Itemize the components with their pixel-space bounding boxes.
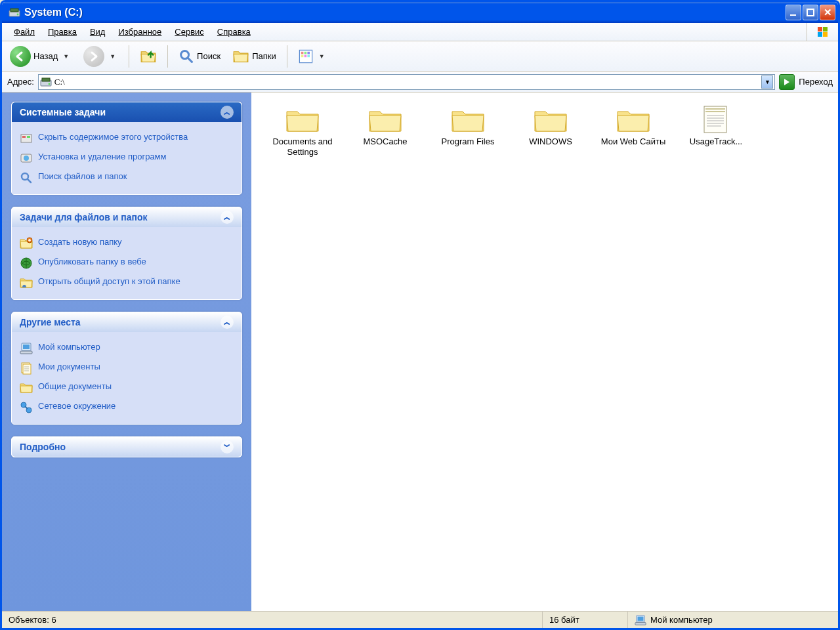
panel-header-system[interactable]: Системные задачи ︽	[12, 102, 242, 122]
titlebar[interactable]: System (C:) ✕	[2, 2, 838, 23]
content-area: Системные задачи ︽ Скрыть содержимое это…	[2, 93, 838, 611]
folders-label: Папки	[252, 51, 276, 61]
task-link[interactable]: Открыть общий доступ к этой папке	[20, 273, 234, 293]
views-dropdown[interactable]: ▼	[316, 53, 327, 60]
menu-edit[interactable]: Правка	[41, 24, 83, 39]
status-size: 16 байт	[543, 612, 628, 628]
item-label: Мои Web Сайты	[601, 136, 666, 147]
file-item[interactable]: Мои Web Сайты	[595, 102, 671, 159]
folder-icon	[368, 105, 402, 134]
task-label: Общие документы	[38, 381, 112, 391]
folder-icon	[616, 105, 650, 134]
task-label: Создать новую папку	[38, 237, 122, 247]
menu-view[interactable]: Вид	[83, 24, 112, 39]
chevron-up-icon: ︽	[220, 106, 234, 119]
file-item[interactable]: MSOCache	[347, 102, 423, 159]
task-link[interactable]: Сетевое окружение	[20, 398, 234, 417]
menu-favorites[interactable]: Избранное	[112, 24, 168, 39]
panel-header-places[interactable]: Другие места ︽	[12, 312, 242, 332]
task-link[interactable]: Общие документы	[20, 378, 234, 398]
network-icon	[20, 401, 33, 414]
task-link[interactable]: Мой компьютер	[20, 339, 234, 358]
views-button[interactable]: ▼	[294, 47, 331, 66]
back-dropdown[interactable]: ▼	[60, 53, 72, 60]
task-label: Открыть общий доступ к этой папке	[38, 276, 180, 286]
chevron-up-icon: ︽	[220, 316, 234, 329]
file-list-area[interactable]: Documents and SettingsMSOCacheProgram Fi…	[251, 93, 838, 611]
task-link[interactable]: Мои документы	[20, 358, 234, 378]
task-link[interactable]: Установка и удаление программ	[20, 148, 234, 168]
file-item[interactable]: WINDOWS	[513, 102, 589, 159]
chevron-down-icon: ︾	[220, 440, 234, 453]
folders-button[interactable]: Папки	[228, 47, 280, 66]
shareddocs-icon	[20, 381, 33, 394]
go-button[interactable]	[779, 74, 795, 90]
computer-icon	[635, 614, 646, 626]
item-label: UsageTrack...	[690, 136, 742, 147]
chevron-up-icon: ︽	[220, 211, 234, 224]
forward-arrow-icon	[83, 46, 104, 67]
publish-icon	[20, 257, 33, 270]
views-icon	[298, 49, 314, 64]
task-label: Мой компьютер	[38, 342, 100, 352]
task-link[interactable]: Создать новую папку	[20, 234, 234, 253]
minimize-button[interactable]	[786, 5, 801, 20]
menu-help[interactable]: Справка	[211, 24, 257, 39]
address-combo[interactable]: ▼	[38, 74, 776, 90]
window-title: System (C:)	[24, 7, 786, 18]
file-item[interactable]: Documents and Settings	[264, 102, 341, 159]
addrem-icon	[20, 152, 33, 165]
panel-other-places: Другие места ︽ Мой компьютерМои документ…	[11, 312, 242, 425]
forward-button[interactable]: ▼	[79, 44, 122, 69]
computer-icon	[20, 342, 33, 355]
back-button[interactable]: Назад ▼	[6, 44, 75, 69]
tasks-sidebar: Системные задачи ︽ Скрыть содержимое это…	[2, 93, 251, 611]
task-link[interactable]: Опубликовать папку в вебе	[20, 253, 234, 273]
address-dropdown-button[interactable]: ▼	[761, 75, 773, 89]
svg-rect-41	[790, 14, 796, 16]
search-label: Поиск	[197, 51, 220, 61]
explorer-window: System (C:) ✕ Файл Правка Вид Избранное …	[0, 0, 840, 630]
panel-file-tasks: Задачи для файлов и папок ︽ Создать нову…	[11, 207, 242, 300]
file-item[interactable]: Program Files	[430, 102, 506, 159]
task-label: Поиск файлов и папок	[38, 171, 127, 181]
file-item[interactable]: UsageTrack...	[678, 102, 754, 159]
task-link[interactable]: Поиск файлов и папок	[20, 168, 234, 188]
panel-header-details[interactable]: Подробно ︾	[12, 437, 242, 457]
task-label: Установка и удаление программ	[38, 152, 167, 161]
back-arrow-icon	[10, 46, 31, 67]
task-label: Скрыть содержимое этого устройства	[38, 132, 188, 142]
folder-icon	[534, 105, 568, 134]
status-location: Мой компьютер	[628, 612, 838, 628]
maximize-button[interactable]	[803, 5, 818, 20]
item-label: Program Files	[442, 136, 495, 147]
address-input[interactable]	[54, 77, 762, 87]
search-button[interactable]: Поиск	[175, 47, 224, 66]
panel-header-files[interactable]: Задачи для файлов и папок ︽	[12, 207, 242, 227]
menu-file[interactable]: Файл	[7, 24, 41, 39]
hide-icon	[20, 132, 33, 145]
item-label: Documents and Settings	[267, 136, 338, 157]
search-icon	[20, 171, 33, 184]
address-label: Адрес:	[7, 77, 34, 87]
panel-details: Подробно ︾	[11, 436, 242, 457]
file-icon	[699, 105, 733, 134]
drive-icon	[40, 76, 52, 88]
search-icon	[178, 49, 194, 64]
newfolder-icon	[20, 237, 33, 250]
separator	[287, 45, 287, 68]
forward-dropdown[interactable]: ▼	[107, 53, 118, 60]
task-link[interactable]: Скрыть содержимое этого устройства	[20, 129, 234, 148]
folder-icon	[285, 105, 320, 134]
folder-icon	[451, 105, 485, 134]
task-label: Опубликовать папку в вебе	[38, 257, 146, 266]
drive-icon	[9, 7, 20, 18]
up-button[interactable]	[136, 47, 161, 66]
toolbar: Назад ▼ ▼ Поиск Папки ▼	[2, 41, 838, 72]
menu-tools[interactable]: Сервис	[168, 24, 211, 39]
close-button[interactable]: ✕	[820, 5, 835, 20]
task-label: Мои документы	[38, 362, 100, 371]
folders-icon	[232, 49, 249, 64]
go-label: Переход	[799, 77, 833, 87]
item-label: WINDOWS	[529, 136, 572, 147]
